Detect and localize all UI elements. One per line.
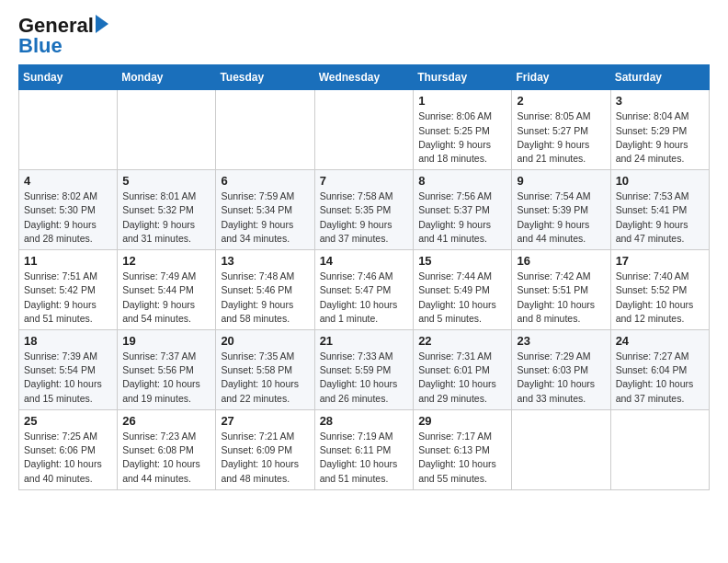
calendar-cell: 7Sunrise: 7:58 AM Sunset: 5:35 PM Daylig… (314, 170, 414, 250)
day-info: Sunrise: 7:27 AM Sunset: 6:04 PM Dayligh… (616, 350, 704, 406)
calendar-cell (216, 90, 314, 170)
day-number: 20 (221, 334, 309, 348)
calendar-cell: 25Sunrise: 7:25 AM Sunset: 6:06 PM Dayli… (19, 409, 118, 489)
day-number: 19 (122, 334, 210, 348)
day-number: 12 (122, 254, 210, 268)
day-info: Sunrise: 7:49 AM Sunset: 5:44 PM Dayligh… (122, 270, 210, 326)
day-info: Sunrise: 8:06 AM Sunset: 5:25 PM Dayligh… (418, 109, 506, 166)
day-number: 16 (517, 254, 605, 268)
weekday-header-tuesday: Tuesday (216, 65, 314, 90)
calendar-cell (118, 90, 216, 170)
day-number: 22 (418, 334, 506, 348)
day-number: 25 (24, 414, 112, 428)
day-info: Sunrise: 8:05 AM Sunset: 5:27 PM Dayligh… (517, 109, 605, 166)
calendar-week-row: 25Sunrise: 7:25 AM Sunset: 6:06 PM Dayli… (19, 409, 710, 489)
day-info: Sunrise: 7:51 AM Sunset: 5:42 PM Dayligh… (24, 270, 112, 326)
day-number: 23 (517, 334, 605, 348)
day-number: 29 (418, 414, 506, 428)
calendar-cell: 2Sunrise: 8:05 AM Sunset: 5:27 PM Daylig… (512, 90, 610, 170)
calendar-table: SundayMondayTuesdayWednesdayThursdayFrid… (18, 64, 710, 489)
day-info: Sunrise: 8:04 AM Sunset: 5:29 PM Dayligh… (616, 109, 704, 166)
day-number: 4 (24, 174, 112, 188)
day-info: Sunrise: 7:37 AM Sunset: 5:56 PM Dayligh… (122, 350, 210, 406)
weekday-header-friday: Friday (512, 65, 610, 90)
calendar-cell: 8Sunrise: 7:56 AM Sunset: 5:37 PM Daylig… (414, 170, 512, 250)
day-info: Sunrise: 7:48 AM Sunset: 5:46 PM Dayligh… (221, 270, 309, 326)
calendar-cell: 28Sunrise: 7:19 AM Sunset: 6:11 PM Dayli… (314, 409, 414, 489)
calendar-cell: 3Sunrise: 8:04 AM Sunset: 5:29 PM Daylig… (610, 90, 709, 170)
day-info: Sunrise: 7:44 AM Sunset: 5:49 PM Dayligh… (418, 270, 506, 326)
calendar-week-row: 11Sunrise: 7:51 AM Sunset: 5:42 PM Dayli… (19, 250, 710, 330)
calendar-cell: 12Sunrise: 7:49 AM Sunset: 5:44 PM Dayli… (118, 250, 216, 330)
calendar-cell: 9Sunrise: 7:54 AM Sunset: 5:39 PM Daylig… (512, 170, 610, 250)
day-number: 2 (517, 94, 605, 108)
calendar-cell: 5Sunrise: 8:01 AM Sunset: 5:32 PM Daylig… (118, 170, 216, 250)
calendar-cell: 17Sunrise: 7:40 AM Sunset: 5:52 PM Dayli… (610, 250, 709, 330)
day-info: Sunrise: 7:58 AM Sunset: 5:35 PM Dayligh… (320, 190, 409, 246)
calendar-week-row: 4Sunrise: 8:02 AM Sunset: 5:30 PM Daylig… (19, 170, 710, 250)
calendar-cell: 11Sunrise: 7:51 AM Sunset: 5:42 PM Dayli… (19, 250, 118, 330)
day-number: 14 (320, 254, 409, 268)
calendar-cell: 13Sunrise: 7:48 AM Sunset: 5:46 PM Dayli… (216, 250, 314, 330)
day-info: Sunrise: 7:42 AM Sunset: 5:51 PM Dayligh… (517, 270, 605, 326)
calendar-cell: 14Sunrise: 7:46 AM Sunset: 5:47 PM Dayli… (314, 250, 414, 330)
calendar-cell: 20Sunrise: 7:35 AM Sunset: 5:58 PM Dayli… (216, 330, 314, 410)
day-info: Sunrise: 7:59 AM Sunset: 5:34 PM Dayligh… (221, 190, 309, 246)
day-number: 24 (616, 334, 704, 348)
day-number: 10 (616, 174, 704, 188)
day-number: 26 (122, 414, 210, 428)
calendar-cell: 21Sunrise: 7:33 AM Sunset: 5:59 PM Dayli… (314, 330, 414, 410)
calendar-body: 1Sunrise: 8:06 AM Sunset: 5:25 PM Daylig… (19, 90, 710, 489)
calendar-cell: 4Sunrise: 8:02 AM Sunset: 5:30 PM Daylig… (19, 170, 118, 250)
day-info: Sunrise: 8:02 AM Sunset: 5:30 PM Dayligh… (24, 190, 112, 246)
day-number: 28 (320, 414, 409, 428)
calendar-cell: 22Sunrise: 7:31 AM Sunset: 6:01 PM Dayli… (414, 330, 512, 410)
day-number: 15 (418, 254, 506, 268)
calendar-cell: 6Sunrise: 7:59 AM Sunset: 5:34 PM Daylig… (216, 170, 314, 250)
calendar-cell: 10Sunrise: 7:53 AM Sunset: 5:41 PM Dayli… (610, 170, 709, 250)
calendar-cell (610, 409, 709, 489)
day-info: Sunrise: 7:54 AM Sunset: 5:39 PM Dayligh… (517, 190, 605, 246)
page-header: General Blue (18, 15, 710, 57)
day-number: 27 (221, 414, 309, 428)
day-info: Sunrise: 7:23 AM Sunset: 6:08 PM Dayligh… (122, 430, 210, 486)
calendar-cell: 19Sunrise: 7:37 AM Sunset: 5:56 PM Dayli… (118, 330, 216, 410)
calendar-cell: 27Sunrise: 7:21 AM Sunset: 6:09 PM Dayli… (216, 409, 314, 489)
weekday-header-sunday: Sunday (19, 65, 118, 90)
day-info: Sunrise: 7:46 AM Sunset: 5:47 PM Dayligh… (320, 270, 409, 326)
day-number: 18 (24, 334, 112, 348)
calendar-cell: 1Sunrise: 8:06 AM Sunset: 5:25 PM Daylig… (414, 90, 512, 170)
logo-blue: Blue (18, 35, 108, 57)
calendar-cell: 26Sunrise: 7:23 AM Sunset: 6:08 PM Dayli… (118, 409, 216, 489)
day-info: Sunrise: 7:35 AM Sunset: 5:58 PM Dayligh… (221, 350, 309, 406)
logo: General Blue (18, 15, 108, 57)
calendar-header-row: SundayMondayTuesdayWednesdayThursdayFrid… (19, 65, 710, 90)
day-number: 21 (320, 334, 409, 348)
calendar-week-row: 1Sunrise: 8:06 AM Sunset: 5:25 PM Daylig… (19, 90, 710, 170)
day-info: Sunrise: 7:40 AM Sunset: 5:52 PM Dayligh… (616, 270, 704, 326)
calendar-cell (19, 90, 118, 170)
day-number: 7 (320, 174, 409, 188)
calendar-cell (314, 90, 414, 170)
day-info: Sunrise: 7:21 AM Sunset: 6:09 PM Dayligh… (221, 430, 309, 486)
day-number: 9 (517, 174, 605, 188)
calendar-cell: 15Sunrise: 7:44 AM Sunset: 5:49 PM Dayli… (414, 250, 512, 330)
weekday-header-wednesday: Wednesday (314, 65, 414, 90)
calendar-cell: 23Sunrise: 7:29 AM Sunset: 6:03 PM Dayli… (512, 330, 610, 410)
day-number: 13 (221, 254, 309, 268)
day-info: Sunrise: 7:25 AM Sunset: 6:06 PM Dayligh… (24, 430, 112, 486)
day-info: Sunrise: 7:29 AM Sunset: 6:03 PM Dayligh… (517, 350, 605, 406)
calendar-cell: 29Sunrise: 7:17 AM Sunset: 6:13 PM Dayli… (414, 409, 512, 489)
day-number: 11 (24, 254, 112, 268)
day-info: Sunrise: 8:01 AM Sunset: 5:32 PM Dayligh… (122, 190, 210, 246)
day-info: Sunrise: 7:39 AM Sunset: 5:54 PM Dayligh… (24, 350, 112, 406)
calendar-cell: 18Sunrise: 7:39 AM Sunset: 5:54 PM Dayli… (19, 330, 118, 410)
day-info: Sunrise: 7:53 AM Sunset: 5:41 PM Dayligh… (616, 190, 704, 246)
weekday-header-thursday: Thursday (414, 65, 512, 90)
day-number: 17 (616, 254, 704, 268)
day-number: 8 (418, 174, 506, 188)
calendar-cell (512, 409, 610, 489)
day-number: 1 (418, 94, 506, 108)
calendar-week-row: 18Sunrise: 7:39 AM Sunset: 5:54 PM Dayli… (19, 330, 710, 410)
weekday-header-saturday: Saturday (610, 65, 709, 90)
